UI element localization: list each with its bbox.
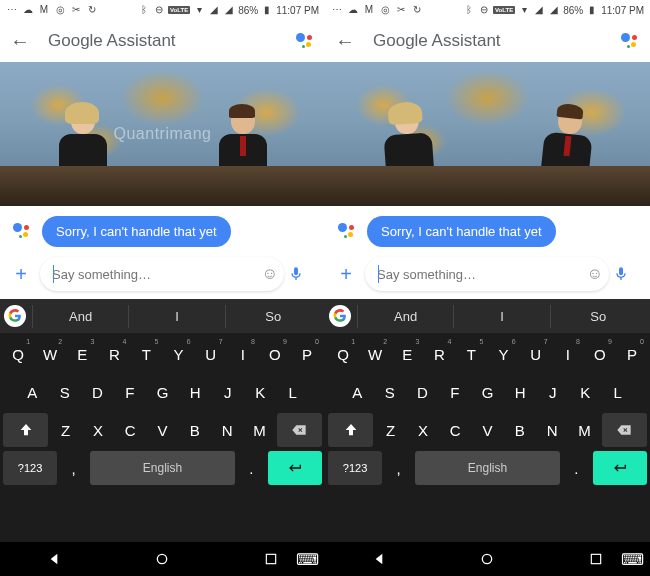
key-c[interactable]: C (440, 413, 470, 447)
key-enter[interactable] (268, 451, 322, 485)
key-e[interactable]: E3 (67, 337, 97, 371)
key-enter[interactable] (593, 451, 647, 485)
key-l[interactable]: L (602, 375, 633, 409)
key-a[interactable]: A (342, 375, 373, 409)
assistant-avatar-icon (12, 221, 34, 243)
key-space[interactable]: English (90, 451, 235, 485)
key-period[interactable]: . (562, 451, 591, 485)
add-button[interactable]: + (10, 263, 32, 285)
key-p[interactable]: P0 (292, 337, 322, 371)
key-space[interactable]: English (415, 451, 560, 485)
key-b[interactable]: B (505, 413, 535, 447)
key-period[interactable]: . (237, 451, 266, 485)
suggestion-3[interactable]: So (225, 305, 321, 328)
key-n[interactable]: N (537, 413, 567, 447)
key-n[interactable]: N (212, 413, 242, 447)
key-p[interactable]: P0 (617, 337, 647, 371)
key-j[interactable]: J (537, 375, 568, 409)
key-o[interactable]: O9 (260, 337, 290, 371)
add-button[interactable]: + (335, 263, 357, 285)
key-t[interactable]: T5 (131, 337, 161, 371)
key-t[interactable]: T5 (456, 337, 486, 371)
key-backspace[interactable] (277, 413, 322, 447)
key-d[interactable]: D (407, 375, 438, 409)
battery-text: 86% (238, 5, 258, 16)
nav-home[interactable] (477, 549, 497, 569)
assistant-logo-icon[interactable] (620, 31, 640, 51)
key-j[interactable]: J (212, 375, 243, 409)
nav-keyboard-icon[interactable]: ⌨ (297, 549, 317, 569)
message-input[interactable] (40, 257, 284, 291)
key-x[interactable]: X (83, 413, 113, 447)
key-shift[interactable] (328, 413, 373, 447)
nav-recents[interactable] (261, 549, 281, 569)
key-c[interactable]: C (115, 413, 145, 447)
key-v[interactable]: V (472, 413, 502, 447)
key-symbol[interactable]: ?123 (328, 451, 382, 485)
key-f[interactable]: F (440, 375, 471, 409)
key-w[interactable]: W2 (360, 337, 390, 371)
emoji-button[interactable]: ☺ (259, 263, 281, 285)
nav-keyboard-icon[interactable]: ⌨ (622, 549, 642, 569)
key-i[interactable]: I8 (228, 337, 258, 371)
google-search-button[interactable] (329, 305, 351, 327)
nav-back[interactable] (369, 549, 389, 569)
key-y[interactable]: Y6 (489, 337, 519, 371)
key-d[interactable]: D (82, 375, 113, 409)
key-comma[interactable]: , (384, 451, 413, 485)
key-o[interactable]: O9 (585, 337, 615, 371)
key-u[interactable]: U7 (521, 337, 551, 371)
key-a[interactable]: A (17, 375, 48, 409)
key-h[interactable]: H (180, 375, 211, 409)
key-v[interactable]: V (147, 413, 177, 447)
back-button[interactable]: ← (10, 30, 30, 53)
key-backspace[interactable] (602, 413, 647, 447)
key-s[interactable]: S (375, 375, 406, 409)
key-m[interactable]: M (569, 413, 599, 447)
key-q[interactable]: Q1 (328, 337, 358, 371)
key-l[interactable]: L (277, 375, 308, 409)
suggestion-2[interactable]: I (453, 305, 549, 328)
suggestion-1[interactable]: And (357, 305, 453, 328)
nav-home[interactable] (152, 549, 172, 569)
google-search-button[interactable] (4, 305, 26, 327)
bluetooth-icon: ᛒ (463, 4, 475, 16)
key-e[interactable]: E3 (392, 337, 422, 371)
gif-reaction: Quantrimang (0, 62, 325, 206)
mic-button[interactable] (610, 263, 632, 285)
key-shift[interactable] (3, 413, 48, 447)
key-k[interactable]: K (245, 375, 276, 409)
key-g[interactable]: G (147, 375, 178, 409)
key-h[interactable]: H (505, 375, 536, 409)
key-x[interactable]: X (408, 413, 438, 447)
key-u[interactable]: U7 (196, 337, 226, 371)
sync-icon: ↻ (86, 4, 98, 16)
assistant-logo-icon[interactable] (295, 31, 315, 51)
key-q[interactable]: Q1 (3, 337, 33, 371)
back-button[interactable]: ← (335, 30, 355, 53)
key-k[interactable]: K (570, 375, 601, 409)
battery-icon: ▮ (586, 4, 598, 16)
message-input[interactable] (365, 257, 609, 291)
key-y[interactable]: Y6 (164, 337, 194, 371)
nav-recents[interactable] (586, 549, 606, 569)
suggestion-3[interactable]: So (550, 305, 646, 328)
key-symbol[interactable]: ?123 (3, 451, 57, 485)
nav-back[interactable] (44, 549, 64, 569)
key-f[interactable]: F (115, 375, 146, 409)
emoji-button[interactable]: ☺ (584, 263, 606, 285)
key-r[interactable]: R4 (424, 337, 454, 371)
suggestion-2[interactable]: I (128, 305, 224, 328)
key-i[interactable]: I8 (553, 337, 583, 371)
key-z[interactable]: Z (50, 413, 80, 447)
key-b[interactable]: B (180, 413, 210, 447)
key-g[interactable]: G (472, 375, 503, 409)
key-comma[interactable]: , (59, 451, 88, 485)
mic-button[interactable] (285, 263, 307, 285)
key-m[interactable]: M (244, 413, 274, 447)
key-s[interactable]: S (50, 375, 81, 409)
suggestion-1[interactable]: And (32, 305, 128, 328)
key-w[interactable]: W2 (35, 337, 65, 371)
key-r[interactable]: R4 (99, 337, 129, 371)
key-z[interactable]: Z (375, 413, 405, 447)
